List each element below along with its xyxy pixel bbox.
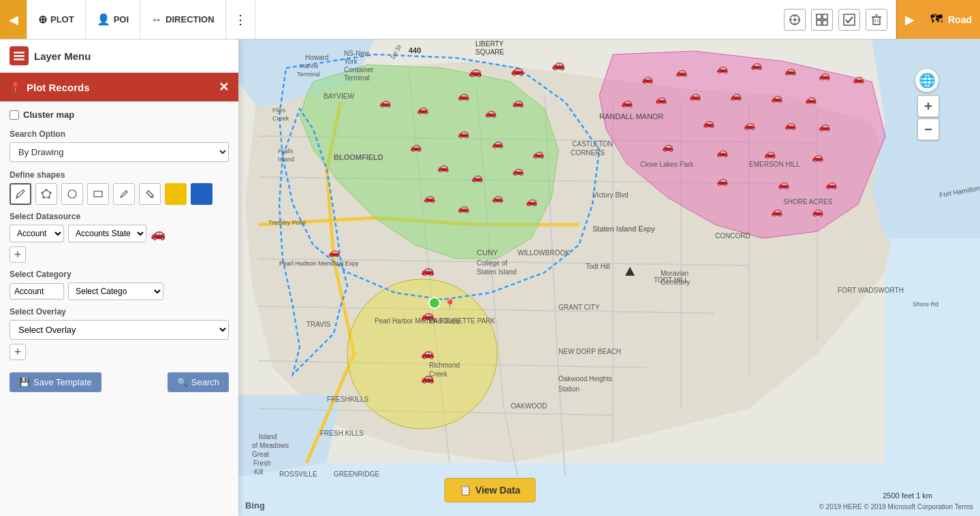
target-icon-btn[interactable] [784,9,806,31]
svg-text:CUNY: CUNY [477,248,499,257]
search-option-dropdown[interactable]: By Drawing By Address By Shape [10,142,229,162]
circle-tool-button[interactable] [61,183,83,205]
svg-text:🚗: 🚗 [819,69,831,81]
direction-label: DIRECTION [165,14,215,25]
datasource-staten-dropdown[interactable]: Accounts Staten Accounts NY All Accounts [68,225,146,242]
svg-text:🚗: 🚗 [458,127,470,139]
svg-rect-137 [873,17,880,25]
svg-text:NEW DORP BEACH: NEW DORP BEACH [558,348,621,355]
svg-point-148 [50,192,52,194]
polygon-tool-button[interactable] [35,183,57,205]
road-map-icon: 🗺 [930,12,943,27]
svg-rect-133 [823,14,827,19]
svg-text:CORNERS: CORNERS [571,149,605,157]
plot-button[interactable]: ⊕ PLOT [27,0,86,39]
grid-icon-btn[interactable] [811,9,833,31]
svg-text:🚗: 🚗 [424,192,436,204]
color-yellow-swatch[interactable] [165,183,187,205]
cluster-map-row: Cluster map [10,110,229,120]
direction-button[interactable]: ↔ DIRECTION [140,0,226,39]
road-button[interactable]: 🗺 Road [922,0,980,39]
color-blue-swatch[interactable] [191,183,212,205]
svg-text:Moravian: Moravian [661,270,689,277]
svg-text:🚗: 🚗 [410,141,422,152]
svg-rect-142 [14,52,25,54]
scale-text: 2500 feet 1 km [883,491,932,500]
svg-text:Piles: Piles [272,107,286,114]
datasource-account-dropdown[interactable]: Account Contact Lead [10,225,64,242]
svg-text:🚗: 🚗 [771,206,783,217]
svg-text:Pearl Harbor Memorial Expy: Pearl Harbor Memorial Expy [375,317,460,325]
svg-text:CASTLETON: CASTLETON [572,140,613,148]
svg-text:Staten Island Expy: Staten Island Expy [592,225,655,233]
road-expand-button[interactable]: ▶ [896,0,922,39]
svg-text:FRESH KILLS: FRESH KILLS [320,430,364,437]
pen-tool-button[interactable] [10,183,31,205]
svg-text:York: York [344,58,358,65]
select-category-label: Select Category [10,270,229,279]
globe-button[interactable]: 🌐 [915,68,939,93]
svg-text:🚗: 🚗 [526,195,538,207]
more-options-button[interactable]: ⋮ [226,0,255,39]
datasource-car-icon: 🚗 [151,226,165,241]
add-overlay-button[interactable]: + [10,344,26,360]
svg-text:🚗: 🚗 [785,119,797,131]
svg-text:🚗: 🚗 [716,146,729,158]
svg-text:🚗: 🚗 [421,346,434,359]
check-icon-btn[interactable] [838,9,860,31]
erase-button[interactable] [139,183,161,205]
rectangle-tool-button[interactable] [87,183,109,205]
svg-text:College of: College of [477,259,507,267]
svg-text:Kill: Kill [254,468,263,476]
view-data-button[interactable]: 📋 View Data [444,478,536,502]
trash-icon-btn[interactable] [866,9,887,31]
save-template-button[interactable]: 💾 Save Template [10,372,101,392]
datasource-row: Account Contact Lead Accounts Staten Acc… [10,225,229,242]
category-row: Select Catego Category A Category B [10,283,229,300]
svg-text:🚗: 🚗 [458,202,470,214]
svg-text:🚗: 🚗 [469,65,482,78]
cluster-map-checkbox[interactable] [10,110,19,120]
define-shapes-label: Define shapes [10,170,229,180]
svg-text:🚗: 🚗 [437,161,449,173]
svg-text:SHORE ACRES: SHORE ACRES [783,198,833,206]
svg-text:RANDALL MANOR: RANDALL MANOR [599,112,663,120]
svg-marker-146 [42,190,50,197]
svg-text:440: 440 [409,46,421,54]
category-select-dropdown[interactable]: Select Catego Category A Category B [68,283,163,300]
svg-text:🚗: 🚗 [812,206,824,217]
svg-point-152 [68,190,76,198]
copyright: © 2019 HERE © 2019 Microsoft Corporation… [819,503,973,511]
svg-text:Howard: Howard [305,54,328,61]
svg-text:🚗: 🚗 [421,263,434,276]
svg-text:Pralls: Pralls [278,148,294,155]
svg-point-150 [43,197,45,199]
search-button[interactable]: 🔍 Search [168,372,229,392]
add-datasource-button[interactable]: + [10,246,26,263]
svg-text:EMERSON HILL: EMERSON HILL [749,161,800,168]
svg-text:🚗: 🚗 [379,97,392,108]
svg-text:🚗: 🚗 [805,93,817,105]
svg-text:🚗: 🚗 [662,141,674,152]
collapse-left-button[interactable]: ◀ [0,0,27,39]
edit-pen-button[interactable] [113,183,135,205]
svg-text:🚗: 🚗 [533,148,545,159]
road-label: Road [948,14,972,25]
left-panel: Layer Menu 📍 Plot Records ✕ Cluster map … [0,39,238,516]
zoom-out-button[interactable]: − [917,118,939,140]
svg-text:GREENRIDGE: GREENRIDGE [334,470,380,478]
svg-text:SQUARE: SQUARE [475,48,505,56]
overlay-select-dropdown[interactable]: Select Overlay Overlay 1 Overlay 2 [10,320,229,340]
svg-rect-153 [94,191,102,197]
category-account-input[interactable] [10,283,64,300]
poi-button[interactable]: 👤 POI [86,0,140,39]
svg-text:Island: Island [259,433,277,440]
zoom-in-button[interactable]: + [917,95,939,117]
plot-records-label: Plot Records [27,82,90,93]
plot-records-close-button[interactable]: ✕ [219,80,229,95]
svg-text:BAYVIEW: BAYVIEW [323,93,354,100]
svg-text:Marine: Marine [300,63,319,69]
svg-text:WILLOWBROOK: WILLOWBROOK [518,249,570,257]
svg-text:🚗: 🚗 [417,103,429,115]
direction-icon: ↔ [151,14,162,26]
